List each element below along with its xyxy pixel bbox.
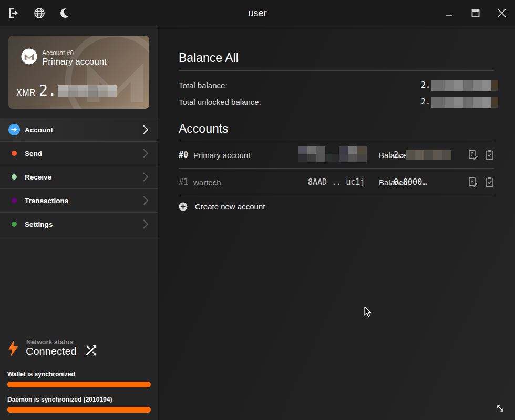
moon-icon[interactable] [59,7,72,19]
create-new-account-button[interactable]: Create new account [179,195,265,218]
sidebar-item-label: Send [25,150,42,158]
unlocked-balance-row: Total unlocked balance: 2. [179,96,498,108]
monero-logo [21,48,37,65]
edit-icon[interactable] [468,149,479,161]
account-row-1[interactable]: #1 wartech 8AAD .. uc1j Balance: 0.0000… [179,169,498,195]
create-new-account-label: Create new account [195,202,265,211]
account-index: #0 [179,150,188,160]
total-balance-label: Total balance: [179,81,228,90]
sidebar-item-label: Settings [25,220,53,228]
arrow-right-circle-icon [8,124,20,135]
lightning-bolt-icon [8,340,18,356]
network-status-label: Network status [26,339,74,346]
account-card[interactable]: Account #0 Primary account XMR 2. [8,36,149,109]
unlocked-balance-value: 2. [421,97,430,107]
balance-value: 2. [394,150,403,160]
close-button[interactable] [496,7,508,19]
receive-dot-icon [12,174,17,180]
accounts-section-title: Accounts [179,122,229,136]
sidebar-item-label: Transactions [25,197,68,205]
account-name: Primary account [193,150,250,159]
resize-diagonal-icon[interactable] [495,403,506,414]
sidebar-menu: Account Send Receive Transactions [0,118,158,236]
chevron-right-icon [143,172,149,182]
settings-dot-icon [12,222,17,227]
chevron-right-icon [143,149,149,158]
card-account-name: Primary account [42,57,107,67]
shuffle-icon[interactable] [84,343,99,358]
plus-circle-icon [179,202,188,211]
sidebar-item-label: Receive [25,173,52,181]
logout-icon[interactable] [7,7,20,19]
account-name: wartech [193,177,221,186]
account-address: 8AAD .. uc1j [308,177,365,187]
sidebar-item-settings[interactable]: Settings [0,213,158,236]
main-content: Balance All Total balance: 2. Total unlo… [158,26,515,420]
divider [179,70,494,71]
edit-icon[interactable] [468,176,479,188]
card-balance-prefix: 2. [39,82,57,99]
card-account-number: Account #0 [42,49,74,57]
account-row-0[interactable]: #0 Primary account Balance: 2. [179,141,498,168]
balance-value: 0.0000… [394,177,427,187]
network-status-value: Connected [26,345,77,358]
send-dot-icon [12,151,17,156]
sidebar-item-transactions[interactable]: Transactions [0,189,158,213]
wallet-sync-progressbar [7,382,151,387]
redacted-row-balance [406,150,451,160]
daemon-sync-progressbar [7,407,151,413]
balance-section-title: Balance All [179,51,239,65]
sidebar: Account #0 Primary account XMR 2. [0,26,158,420]
redacted-card-balance [58,85,117,97]
redacted-total-balance [431,80,498,91]
sidebar-item-receive[interactable]: Receive [0,165,158,189]
transactions-dot-icon [12,198,17,203]
minimize-button[interactable] [443,7,456,19]
chevron-right-icon [143,196,149,205]
daemon-sync-label: Daemon is synchronized (2010194) [7,396,151,403]
sidebar-item-account[interactable]: Account [0,118,158,142]
window-title: user [0,0,515,26]
clipboard-check-icon[interactable] [485,149,495,161]
card-balance: XMR 2. [16,82,117,99]
unlocked-balance-label: Total unlocked balance: [179,98,261,107]
redacted-account-address [298,146,367,162]
total-balance-row: Total balance: 2. [179,79,498,91]
clipboard-check-icon[interactable] [485,176,495,188]
globe-icon[interactable] [33,7,46,19]
wallet-sync-label: Wallet is synchronized [7,371,151,378]
card-currency-label: XMR [16,88,36,98]
chevron-right-icon [143,125,149,134]
daemon-sync-status: Daemon is synchronized (2010194) [7,396,151,413]
maximize-button[interactable] [469,7,482,19]
account-index: #1 [179,177,188,187]
chevron-right-icon [143,219,149,229]
sidebar-item-label: Account [25,126,53,134]
total-balance-value: 2. [421,80,430,90]
titlebar: user [0,0,515,26]
sidebar-item-send[interactable]: Send [0,142,158,165]
redacted-unlocked-balance [431,97,498,108]
wallet-sync-status: Wallet is synchronized [7,371,151,387]
